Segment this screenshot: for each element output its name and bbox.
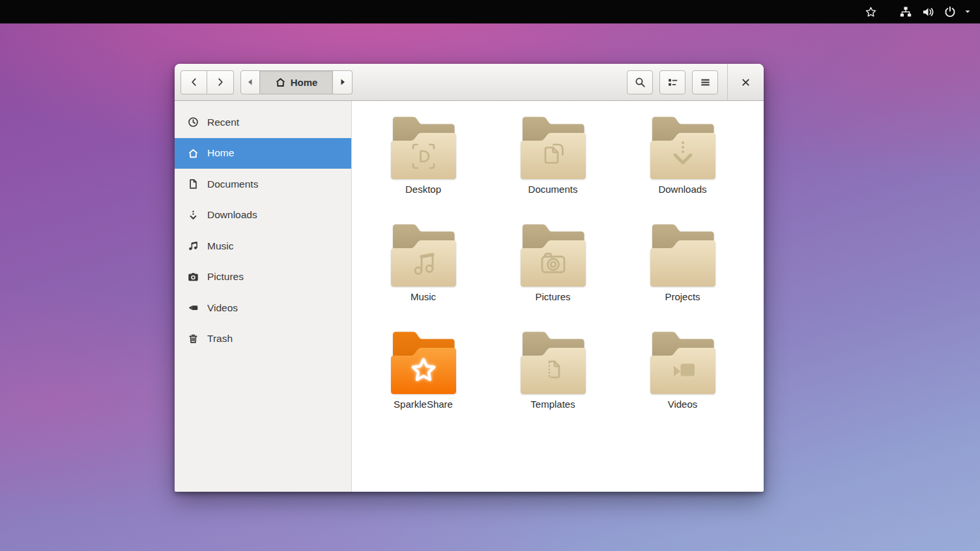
folder-desktop[interactable]: Desktop [358, 114, 488, 221]
home-icon [187, 147, 199, 159]
sidebar-item-label: Music [207, 240, 233, 252]
folder-icon-documents [519, 115, 588, 180]
path-bar: Home [240, 70, 353, 94]
headerbar-separator [727, 64, 728, 100]
path-current-label: Home [291, 77, 318, 88]
folder-label: Templates [530, 399, 575, 410]
folder-label: Downloads [658, 184, 706, 195]
folder-music[interactable]: Music [358, 221, 488, 329]
path-home-button[interactable]: Home [260, 70, 333, 94]
menu-button[interactable] [692, 70, 718, 94]
folder-grid: DesktopDocumentsDownloadsMusicPicturesPr… [358, 114, 764, 436]
network-icon[interactable] [899, 0, 912, 23]
window-body: RecentHomeDocumentsDownloadsMusicPicture… [175, 101, 764, 492]
documents-icon [187, 178, 199, 190]
trash-icon [187, 333, 199, 345]
folder-view: DesktopDocumentsDownloadsMusicPicturesPr… [352, 101, 764, 492]
folder-icon-desktop [389, 115, 458, 180]
music-icon [187, 240, 199, 252]
folder-label: Documents [528, 184, 578, 195]
sidebar-item-label: Pictures [207, 271, 244, 283]
sidebar-item-trash[interactable]: Trash [175, 324, 351, 355]
folder-icon-star [389, 330, 458, 395]
back-button[interactable] [180, 70, 207, 94]
sidebar-item-label: Documents [207, 178, 258, 190]
home-icon [275, 77, 286, 88]
downloads-icon [187, 209, 199, 221]
sidebar-item-videos[interactable]: Videos [175, 292, 351, 324]
headerbar: Home [175, 64, 764, 101]
folder-label: SparkleShare [394, 399, 453, 410]
folder-pictures[interactable]: Pictures [488, 221, 618, 329]
sidebar-item-label: Recent [207, 117, 239, 128]
folder-documents[interactable]: Documents [488, 114, 618, 221]
sidebar: RecentHomeDocumentsDownloadsMusicPicture… [175, 101, 352, 492]
gnome-top-bar [0, 0, 980, 23]
forward-button[interactable] [207, 70, 234, 94]
sidebar-item-home[interactable]: Home [175, 138, 351, 169]
search-button[interactable] [627, 70, 653, 94]
folder-label: Desktop [405, 184, 441, 195]
favorites-star-icon[interactable] [865, 0, 877, 23]
sidebar-item-documents[interactable]: Documents [175, 169, 351, 200]
path-scroll-right-button[interactable] [333, 70, 353, 94]
folder-downloads[interactable]: Downloads [618, 114, 747, 221]
sidebar-item-label: Trash [207, 333, 233, 345]
sidebar-item-recent[interactable]: Recent [175, 107, 351, 138]
close-icon[interactable] [734, 70, 757, 94]
files-window: Home RecentHomeDocumentsDownloadsMusicPi… [175, 64, 764, 492]
path-scroll-left-button[interactable] [240, 70, 260, 94]
folder-sparkleshare[interactable]: SparkleShare [358, 329, 488, 436]
folder-label: Music [411, 291, 436, 302]
system-tray [865, 0, 980, 23]
history-nav-group [180, 70, 234, 94]
sidebar-item-label: Home [207, 147, 234, 159]
view-list-button[interactable] [659, 70, 685, 94]
folder-label: Projects [665, 291, 700, 302]
sidebar-item-label: Videos [207, 302, 238, 314]
folder-icon-downloads [648, 115, 717, 180]
folder-videos[interactable]: Videos [618, 329, 747, 436]
folder-label: Pictures [535, 291, 570, 302]
recent-icon [187, 117, 199, 128]
volume-icon[interactable] [921, 0, 935, 23]
folder-icon-templates [519, 330, 588, 395]
sidebar-item-music[interactable]: Music [175, 231, 351, 262]
videos-icon [187, 302, 199, 314]
folder-templates[interactable]: Templates [488, 329, 618, 436]
folder-label: Videos [668, 399, 698, 410]
sidebar-item-pictures[interactable]: Pictures [175, 262, 351, 293]
folder-icon-none [648, 223, 717, 288]
sidebar-item-downloads[interactable]: Downloads [175, 200, 351, 231]
folder-icon-videos [648, 330, 717, 395]
pictures-icon [187, 271, 199, 283]
folder-icon-pictures [519, 223, 588, 288]
folder-icon-music [389, 223, 458, 288]
folder-projects[interactable]: Projects [618, 221, 747, 329]
chevron-down-icon[interactable] [963, 0, 972, 23]
sidebar-item-label: Downloads [207, 209, 257, 221]
power-icon[interactable] [944, 0, 957, 23]
